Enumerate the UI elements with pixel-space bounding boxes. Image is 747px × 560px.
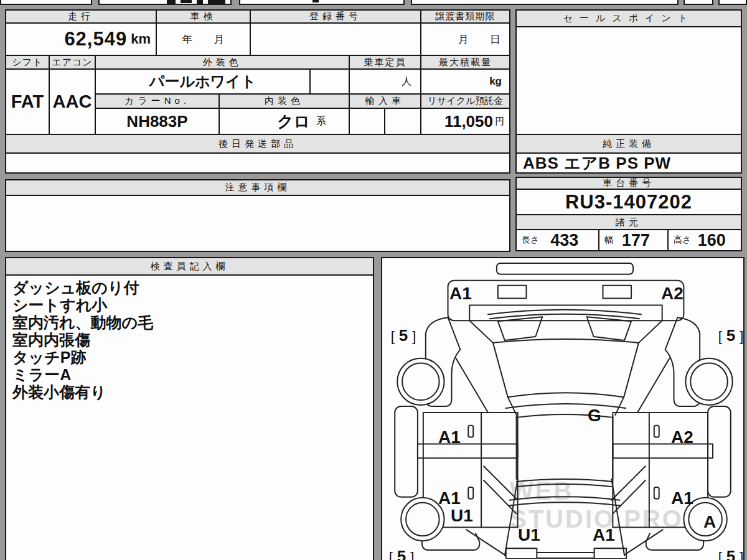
mileage-value: 62,549 [64,28,127,50]
spec-width-label: 幅 [604,235,613,246]
inspector-notes-box: 検査員記入欄 ダッシュ板のり付シートすれ小室内汚れ、動物の毛室内内張傷タッチP跡… [5,257,374,560]
aircon-value-cell: AAC [49,68,96,135]
aircon-value: AAC [53,91,92,112]
car-top-view-drawing [382,258,743,559]
damage-code-label: A [703,512,716,532]
inspection-placeholder: 年 月 [182,32,225,47]
tire-grade-label: [5] [389,547,415,560]
specs-header: 諸元 [515,214,742,230]
inspector-note-line: シートすれ小 [6,296,373,314]
inspector-notes-header: 検査員記入欄 [6,258,373,276]
equipment-value: ABS エアB PS PW [517,152,671,174]
interior-color-value: クロ [277,111,310,133]
recycle-deposit-value-cell: 11,050 円 [420,108,510,135]
mileage-header: 走行 [5,9,157,24]
damage-code-label: A1 [438,427,461,447]
import-car-blank-cell [384,108,421,135]
chassis-number-value-cell: RU3-1407202 [515,189,742,215]
deadline-placeholder: 月 日 [458,32,500,47]
damage-code-label: G [588,406,601,426]
deadline-header: 譲渡書類期限 [420,9,510,24]
top-edge-cell [411,0,679,5]
color-no-header: カラーNo. [95,93,220,109]
sales-point-header: セールスポイント [515,9,742,27]
spec-height-cell: 高さ 160 [667,229,742,251]
spec-height-label: 高さ [674,235,691,246]
spec-height-value: 160 [691,231,732,250]
capacity-header: 乗車定員 [349,55,421,70]
later-parts-value-cell [5,152,510,174]
color-no-value-cell: NH883P [95,108,220,135]
inspector-note-line: 外装小傷有り [6,383,373,401]
damage-code-label: A1 [449,284,472,304]
exterior-color-blank-cell [309,68,350,95]
import-car-header: 輸入車 [349,93,421,109]
tire-grade-label: [5] [391,326,416,345]
mileage-value-cell: 62,549 km [5,22,157,56]
recycle-deposit-header: リサイクル預託金 [420,93,510,109]
registration-header: 登録番号 [250,9,421,24]
caution-header: 注意事項欄 [5,179,510,196]
exterior-color-value-cell: パールホワイト [95,68,311,95]
damage-code-label: A2 [661,284,684,304]
top-edge-cell [239,0,405,5]
shift-value: FAT [11,91,44,112]
damage-code-label: U1 [518,525,540,545]
spec-width-cell: 幅 177 [598,229,669,251]
spec-length-label: 長さ [522,235,539,246]
interior-color-suffix: 系 [316,115,326,128]
damage-code-label: A1 [593,525,615,545]
car-diagram-box: WEB STUDIO.PRO [381,257,745,560]
inspector-notes-list: ダッシュ板のり付シートすれ小室内汚れ、動物の毛室内内張傷タッチP跡ミラーA外装小… [6,276,373,401]
deadline-value-cell: 月 日 [420,22,510,56]
top-edge-cell [0,0,92,5]
cutoff-text-fragment [167,0,176,4]
chassis-number-value: RU3-1407202 [565,191,692,213]
recycle-deposit-unit: 円 [495,116,504,128]
aircon-header: エアコン [49,55,96,70]
cutoff-text-fragment [208,0,225,4]
auction-sheet-page: { "colors":{"page_bg":"#9a9a9a","border"… [0,0,747,560]
inspector-note-line: 室内内張傷 [6,331,373,348]
interior-color-header: 内装色 [218,93,350,109]
capacity-unit: 人 [402,75,411,88]
caution-body [5,195,510,252]
capacity-value-cell: 人 [349,68,421,95]
equipment-header: 純正装備 [515,134,742,154]
car-diagram-labels: WEB STUDIO.PRO [382,258,743,559]
spec-length-value: 433 [539,231,590,250]
spec-length-cell: 長さ 433 [515,229,599,251]
cutoff-text-fragment [197,0,203,4]
inspector-note-line: ダッシュ板のり付 [6,279,373,296]
max-load-unit: kg [489,75,502,88]
exterior-color-value: パールホワイト [149,72,256,91]
chassis-number-header: 車台番号 [515,177,742,190]
inspector-note-line: ミラーA [6,366,373,383]
interior-color-value-cell: クロ 系 [218,108,350,135]
recycle-deposit-value: 11,050 [444,112,493,131]
exterior-color-header: 外装色 [95,55,350,70]
tire-grade-label: [5] [718,547,744,560]
import-car-blank-cell [349,108,385,135]
registration-value-cell [250,22,421,56]
cutoff-text-fragment [181,0,192,3]
sales-point-body [515,26,742,135]
damage-code-label: A1 [671,488,693,508]
cutoff-text-fragment [312,0,319,2]
equipment-value-cell: ABS エアB PS PW [515,152,742,174]
max-load-value-cell: kg [420,68,510,95]
max-load-header: 最大積載量 [420,55,510,70]
shift-value-cell: FAT [5,68,50,135]
tire-grade-label: [5] [718,326,744,345]
later-parts-header: 後日発送部品 [5,134,510,154]
inspection-value-cell: 年 月 [156,22,251,56]
damage-code-label: U1 [451,506,473,526]
mileage-unit: km [131,31,151,47]
inspection-header: 車検 [156,9,251,24]
inspector-note-line: タッチP跡 [6,348,373,366]
top-edge-cell [684,0,713,5]
shift-header: シフト [5,55,50,70]
top-edge-cell [718,0,747,5]
inspector-note-line: 室内汚れ、動物の毛 [6,314,373,331]
spec-width-value: 177 [613,231,659,250]
